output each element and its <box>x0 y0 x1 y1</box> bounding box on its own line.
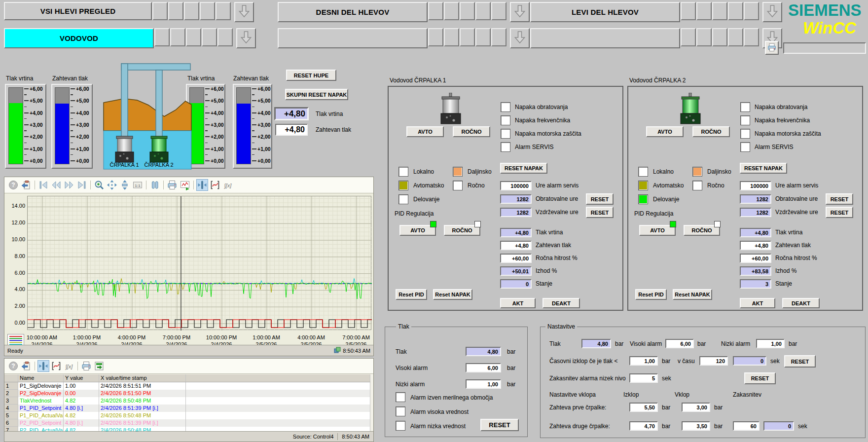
toolbar-export-icon[interactable] <box>20 360 32 372</box>
table-corner-cell[interactable] <box>4 374 18 382</box>
table-header-cell[interactable]: X value/time stamp <box>99 374 186 382</box>
nav-segment-cell[interactable] <box>681 28 696 46</box>
deakt-button[interactable]: DEAKT <box>542 298 580 308</box>
toolbar-vzoom-icon[interactable] <box>119 179 131 191</box>
toolbar-prev-icon[interactable] <box>50 179 62 191</box>
toolbar-chart-icon[interactable] <box>179 179 191 191</box>
pump-counter-reset-button[interactable]: RESET <box>586 207 614 218</box>
table-header-cell[interactable]: Y value <box>64 374 99 382</box>
nizki-alarm-field[interactable]: 1,00 <box>466 379 501 389</box>
nav-segment-cell[interactable] <box>444 2 459 20</box>
toolbar-fx-icon[interactable]: ∫[x] <box>63 360 75 372</box>
n-reset2-button[interactable]: RESET <box>744 372 776 384</box>
akt-button[interactable]: AKT <box>500 298 536 308</box>
table-row[interactable]: 4P1_PID_Setpoint4.80 [i.]2/4/2026 8:51:3… <box>4 405 370 412</box>
nav-button-empty[interactable] <box>530 28 680 48</box>
pump-alarm-checkbox[interactable] <box>501 129 510 139</box>
toolbar-pause-icon[interactable] <box>149 179 161 191</box>
table-row[interactable]: 3TlakVrednost4.822/4/2026 8:50:48 PM <box>4 397 370 405</box>
toolbar-exportg-icon[interactable] <box>93 360 105 372</box>
n-druga-izklop-field[interactable]: 4,70 <box>629 421 658 431</box>
n-visoki-field[interactable]: 6,00 <box>665 339 694 348</box>
nav-segment-cell[interactable] <box>152 2 168 20</box>
nav-segment-cell[interactable] <box>186 28 201 46</box>
nav-down-arrow-button[interactable] <box>510 2 530 22</box>
deakt-button[interactable]: DEAKT <box>782 298 820 308</box>
nav-button-levi-del[interactable]: LEVI DEL HLEVOV <box>530 2 680 22</box>
nav-down-arrow-button[interactable] <box>234 2 254 22</box>
trend-plot-area[interactable] <box>27 196 371 330</box>
pump-alarm-checkbox[interactable] <box>501 115 510 125</box>
nav-segment-cell[interactable] <box>184 2 199 20</box>
nav-segment-cell[interactable] <box>712 28 727 46</box>
table-row[interactable]: 1P1_SigDelovanje1.002/4/2026 8:51:51 PM <box>4 382 370 390</box>
visoki-alarm-field[interactable]: 6,00 <box>466 363 501 372</box>
alarm-low-checkbox[interactable] <box>396 421 405 431</box>
toolbar-help-icon[interactable]: ? <box>7 179 19 191</box>
nav-segment-cell[interactable] <box>202 28 217 46</box>
toolbar-ruler-icon[interactable] <box>37 360 49 372</box>
pump-counter-field[interactable]: 100000 <box>740 181 771 190</box>
pump-counter-reset-button[interactable]: RESET <box>826 193 853 205</box>
reset-napak2-button[interactable]: Reset NAPAK <box>673 289 712 300</box>
reset-pid-button[interactable]: Reset PID <box>635 289 667 300</box>
toolbar-print-icon[interactable] <box>166 179 178 191</box>
nav-segment-cell[interactable] <box>475 2 491 20</box>
toolbar-one2one-icon[interactable]: 1:1 <box>132 179 144 191</box>
pump-value-field[interactable]: +60,00 <box>740 254 771 263</box>
toolbar-fx-icon[interactable]: ∫[x] <box>222 179 234 191</box>
pump-counter-field[interactable]: 100000 <box>500 181 532 190</box>
table-row[interactable]: 2P2_SigDelovanje0.002/4/2026 8:51:50 PM <box>4 390 370 397</box>
pump-reset-napak-button[interactable]: RESET NAPAK <box>500 163 547 174</box>
nav-segment-cell[interactable] <box>200 2 215 20</box>
n-druga-zakasnitev-field[interactable]: 60 <box>733 421 760 431</box>
nav-segment-cell[interactable] <box>712 2 727 20</box>
n-zakasnitev-field[interactable]: 5 <box>629 373 658 383</box>
n-prva-vklop-field[interactable]: 3,00 <box>682 403 710 412</box>
nav-segment-cell[interactable] <box>170 28 185 46</box>
nav-segment-cell[interactable] <box>217 28 233 46</box>
table-header-cell[interactable] <box>186 374 370 382</box>
pump-alarm-checkbox[interactable] <box>740 142 750 152</box>
pump-alarm-checkbox[interactable] <box>501 142 510 152</box>
toolbar-print-icon[interactable] <box>80 360 92 372</box>
table-row[interactable]: 5P1_PID_ActualValue4.822/4/2026 8:50:48 … <box>4 412 370 419</box>
toolbar-help-icon[interactable]: ? <box>7 360 19 372</box>
toolbar-last-icon[interactable] <box>76 179 88 191</box>
toolbar-ruler-icon[interactable] <box>196 179 208 191</box>
nav-segment-cell[interactable] <box>216 2 231 20</box>
toolbar-curves-icon[interactable] <box>50 360 62 372</box>
nav-segment-cell[interactable] <box>475 28 491 46</box>
nav-button-vodovod-active[interactable]: VODOVOD <box>4 28 154 48</box>
nav-segment-cell[interactable] <box>428 2 443 20</box>
nav-down-arrow-button[interactable] <box>510 28 530 48</box>
pump-avto-button[interactable]: AVTO <box>406 126 444 137</box>
pump-value-field[interactable]: +60,00 <box>500 254 532 263</box>
n-vcasu-field[interactable]: 120 <box>699 356 728 366</box>
nav-segment-cell[interactable] <box>491 2 506 20</box>
nav-down-arrow-button[interactable] <box>762 2 782 22</box>
nav-segment-cell[interactable] <box>744 2 759 20</box>
tlak-reset-button[interactable]: RESET <box>480 419 519 431</box>
zahtevan-tlak-input[interactable]: +4,80 <box>275 124 308 136</box>
nav-segment-cell[interactable] <box>728 2 743 20</box>
nav-button-vsi-hlevi[interactable]: VSI HLEVI PREGLED <box>4 2 152 20</box>
pump-alarm-checkbox[interactable] <box>501 102 510 112</box>
toolbar-curves-icon[interactable] <box>209 179 221 191</box>
nav-segment-cell[interactable] <box>744 28 759 46</box>
top-text-field[interactable] <box>783 42 866 54</box>
nav-segment-cell[interactable] <box>728 28 743 46</box>
print-screen-button[interactable] <box>765 41 779 55</box>
toolbar-next-icon[interactable] <box>63 179 75 191</box>
nav-segment-cell[interactable] <box>154 28 170 46</box>
nav-segment-cell[interactable] <box>491 28 506 46</box>
toolbar-export-icon[interactable] <box>20 179 32 191</box>
pump-value-field[interactable]: +4,80 <box>500 241 532 250</box>
pump-rocno-button[interactable]: ROČNO <box>453 126 490 137</box>
pump-value-field[interactable]: +4,80 <box>740 241 771 250</box>
pump-counter-reset-button[interactable]: RESET <box>826 207 853 218</box>
reset-hupe-button[interactable]: RESET HUPE <box>286 70 336 81</box>
toolbar-zoom-icon[interactable] <box>93 179 105 191</box>
n-prva-izklop-field[interactable]: 5,50 <box>629 403 658 412</box>
pump-alarm-checkbox[interactable] <box>740 129 750 139</box>
